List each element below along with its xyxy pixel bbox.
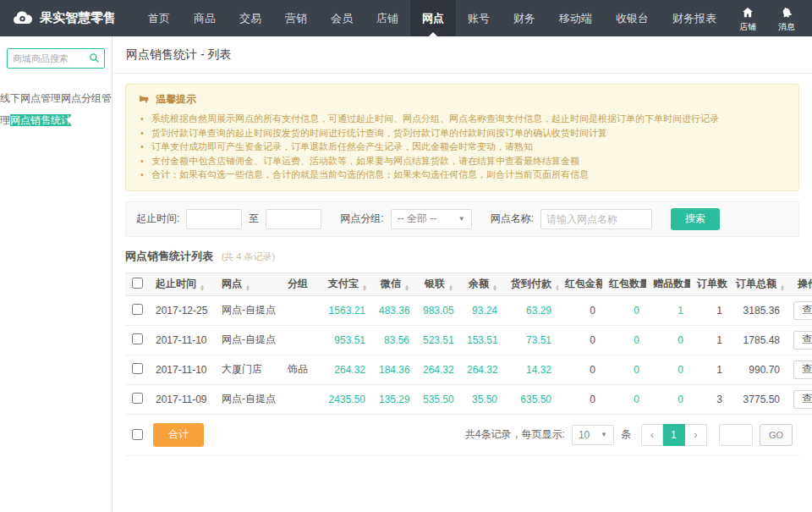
cell-action: 查看 <box>787 384 812 414</box>
cell-outlet: 网点-自提点 <box>215 295 281 325</box>
cell-cod: 63.29 <box>504 295 558 325</box>
nav-item-goods[interactable]: 商品 <box>182 0 228 36</box>
row-checkbox[interactable] <box>132 333 143 344</box>
cell-group <box>281 384 321 414</box>
row-checkbox[interactable] <box>132 393 143 404</box>
per-page-select[interactable]: 10 ▼ <box>572 425 614 445</box>
page-title: 网点销售统计 - 列表 <box>112 36 812 74</box>
go-button[interactable]: GO <box>760 424 793 446</box>
col-header-outlet[interactable]: 网点▲▼ <box>215 273 281 295</box>
sort-icon[interactable]: ▲▼ <box>492 284 497 291</box>
col-header-label: 银联 <box>425 278 445 289</box>
sort-icon[interactable]: ▲▼ <box>780 284 785 291</box>
col-header-order_total[interactable]: 订单总额▲▼ <box>729 273 787 295</box>
sort-icon[interactable]: ▲▼ <box>362 284 367 291</box>
outlet-group-selected-value: -- 全部 -- <box>398 212 437 226</box>
message-shortcut[interactable]: 消息 <box>767 4 806 33</box>
sort-icon[interactable]: ▲▼ <box>404 284 409 291</box>
col-header-group: 分组 <box>281 273 321 295</box>
nav-item-finance-report[interactable]: 财务报表 <box>661 0 728 36</box>
cell-redpacket_count: 0 <box>602 325 646 355</box>
row-checkbox-cell <box>125 295 149 325</box>
cell-gift_count: 0 <box>646 325 690 355</box>
table-title: 网点销售统计列表 (共 4 条记录) <box>125 249 799 264</box>
cell-outlet: 网点-自提点 <box>215 384 281 414</box>
outlet-name-input[interactable] <box>540 209 652 229</box>
col-header-unionpay[interactable]: 银联▲▼ <box>416 273 460 295</box>
cell-unionpay: 983.05 <box>416 295 460 325</box>
cell-date: 2017-11-10 <box>149 355 215 384</box>
filter-bar: 起止时间: 至 网点分组: -- 全部 -- ▼ 网点名称: 搜索 <box>125 201 799 237</box>
select-all-checkbox[interactable] <box>132 429 143 440</box>
col-header-alipay[interactable]: 支付宝▲▼ <box>321 273 372 295</box>
notice-header: 温馨提示 <box>138 92 787 107</box>
col-header-label: 网点 <box>222 278 242 289</box>
end-date-input[interactable] <box>266 209 321 229</box>
col-header-checkbox <box>125 273 149 295</box>
nav-item-marketing[interactable]: 营销 <box>273 0 319 36</box>
nav-item-member[interactable]: 会员 <box>319 0 365 36</box>
cell-date: 2017-11-09 <box>149 384 215 414</box>
total-button[interactable]: 合计 <box>153 423 204 447</box>
table-title-text: 网点销售统计列表 <box>125 250 213 262</box>
goto-page-input[interactable] <box>719 424 753 446</box>
col-header-cod[interactable]: 货到付款▲▼ <box>504 273 558 295</box>
home-icon <box>741 6 754 19</box>
cell-group <box>281 325 321 355</box>
outlet-group-select[interactable]: -- 全部 -- ▼ <box>391 209 472 229</box>
app-window: 果实智慧零售 首页商品交易营销会员店铺网点账号财务移动端收银台财务报表 店铺 消… <box>0 0 812 512</box>
nav-item-cashier[interactable]: 收银台 <box>604 0 661 36</box>
start-date-input[interactable] <box>186 209 242 229</box>
nav-item-account[interactable]: 账号 <box>456 0 502 36</box>
notice-list: 系统根据自然周展示网点的所有支付信息，可通过起止时间、网点分组、网点名称查询支付… <box>138 112 787 182</box>
sort-icon[interactable]: ▲▼ <box>555 284 558 291</box>
cell-alipay: 953.51 <box>321 325 372 355</box>
sidebar-item-offline-outlet-management[interactable]: 线下网点管理 <box>0 92 61 104</box>
sort-icon[interactable]: ▲▼ <box>448 284 453 291</box>
nav-item-mobile[interactable]: 移动端 <box>547 0 604 36</box>
sort-icon[interactable]: ▲▼ <box>245 284 250 291</box>
cell-order_count: 1 <box>690 295 729 325</box>
cell-action: 查看 <box>787 355 812 384</box>
view-button[interactable]: 查看 <box>793 390 812 409</box>
cell-outlet: 网点-自提点 <box>215 325 281 355</box>
prev-page-button[interactable]: ‹ <box>641 424 663 446</box>
nav-menu: 首页商品交易营销会员店铺网点账号财务移动端收银台财务报表 <box>136 0 728 36</box>
cell-cod: 14.32 <box>504 355 558 384</box>
col-header-balance[interactable]: 余额▲▼ <box>460 273 504 295</box>
search-button[interactable]: 搜索 <box>671 208 720 230</box>
view-button[interactable]: 查看 <box>793 301 812 320</box>
search-icon[interactable] <box>89 52 100 63</box>
main-content: 网点销售统计 - 列表 温馨提示 系统根据自然周展示网点的所有支付信息，可通过起… <box>112 36 812 512</box>
col-header-label: 红包金额 <box>565 278 602 289</box>
col-header-label: 货到付款 <box>511 278 551 289</box>
cell-wechat: 135.29 <box>372 384 416 414</box>
nav-item-trade[interactable]: 交易 <box>228 0 273 36</box>
nav-item-finance[interactable]: 财务 <box>502 0 547 36</box>
view-button[interactable]: 查看 <box>793 331 812 350</box>
nav-item-store[interactable]: 店铺 <box>365 0 410 36</box>
col-header-label: 起止时间 <box>156 278 196 289</box>
cell-balance: 93.24 <box>460 295 504 325</box>
page-1-button[interactable]: 1 <box>663 424 685 446</box>
cell-balance: 35.50 <box>460 384 504 414</box>
store-shortcut[interactable]: 店铺 <box>728 4 767 33</box>
nav-item-home[interactable]: 首页 <box>136 0 182 36</box>
header-checkbox[interactable] <box>132 278 143 289</box>
clear-cache-shortcut[interactable]: 清缓存 <box>806 4 812 33</box>
nav-item-outlet[interactable]: 网点 <box>410 0 456 36</box>
cell-redpacket_count: 0 <box>602 295 646 325</box>
col-header-label: 余额 <box>469 278 489 289</box>
row-checkbox[interactable] <box>132 363 143 374</box>
col-header-label: 支付宝 <box>328 278 359 289</box>
col-header-date[interactable]: 起止时间▲▼ <box>149 273 215 295</box>
brand[interactable]: 果实智慧零售 <box>0 0 136 36</box>
row-checkbox[interactable] <box>132 304 143 315</box>
cell-action: 查看 <box>787 325 812 355</box>
sidebar-item-outlet-sales-statistics[interactable]: 网点销售统计 <box>10 114 71 126</box>
col-header-order_count[interactable]: 订单数▲▼ <box>690 273 729 295</box>
next-page-button[interactable]: › <box>685 424 707 446</box>
sort-icon[interactable]: ▲▼ <box>200 284 205 291</box>
view-button[interactable]: 查看 <box>793 361 812 379</box>
col-header-wechat[interactable]: 微信▲▼ <box>372 273 416 295</box>
